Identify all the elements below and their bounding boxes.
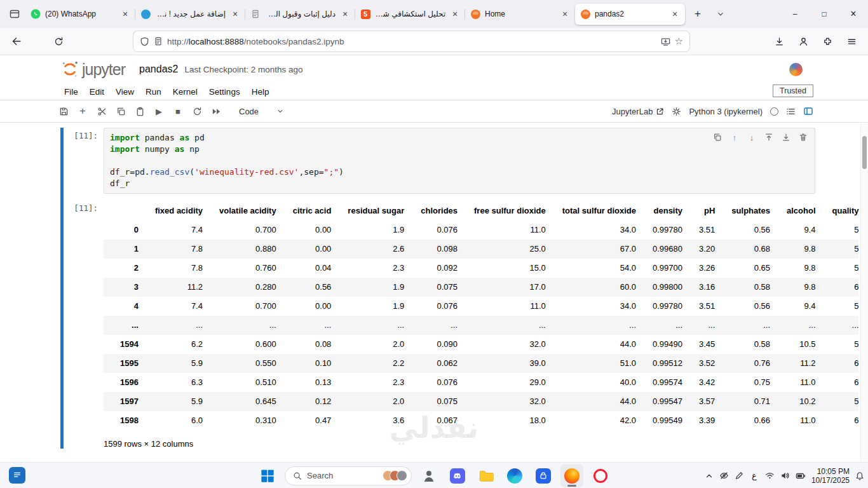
tab-close-icon[interactable]: × (560, 9, 570, 19)
kernel-name[interactable]: Python 3 (ipykernel) (689, 107, 763, 116)
cell-output: fixed acidityvolatile aciditycitric acid… (104, 200, 858, 449)
tab-close-icon[interactable]: × (450, 9, 460, 19)
browser-tab-nafezly-new-job[interactable]: إضافة عمل جديد ! نفذلي × (135, 4, 245, 25)
reload-button[interactable] (48, 31, 69, 51)
volume-icon[interactable] (780, 471, 790, 480)
account-button[interactable] (793, 31, 813, 51)
firefox-view-button[interactable] (4, 4, 25, 24)
taskbar-app-store[interactable] (532, 464, 555, 487)
jupyterlab-label: JupyterLab (612, 107, 653, 116)
tab-close-icon[interactable]: × (670, 9, 680, 19)
jupyter-menu-bar: File Edit View Run Kernel Settings Help … (0, 83, 868, 100)
page-scrollbar[interactable] (860, 123, 868, 462)
save-page-icon[interactable] (661, 37, 670, 46)
menu-view[interactable]: View (110, 85, 140, 98)
app-menu-button[interactable] (841, 31, 862, 51)
move-cell-up-button[interactable]: ↑ (727, 130, 742, 144)
duplicate-icon (713, 133, 722, 142)
url-scheme: http:// (167, 37, 189, 46)
maximize-button[interactable]: □ (810, 0, 839, 28)
taskbar-app-people[interactable] (417, 464, 440, 487)
delete-cell-button[interactable] (796, 130, 811, 144)
firefox-view-icon (10, 9, 20, 19)
tab-close-icon[interactable]: × (340, 9, 350, 19)
run-cell-button[interactable]: ▶ (150, 103, 168, 119)
checkpoint-status: Last Checkpoint: 2 months ago (184, 65, 302, 74)
insert-cell-button[interactable]: + (74, 103, 92, 119)
restart-run-all-button[interactable] (207, 103, 225, 119)
start-button[interactable] (256, 464, 279, 487)
code-editor[interactable]: ↑ ↓ import pandas as (104, 128, 815, 194)
menu-file[interactable]: File (58, 85, 84, 98)
bookmark-star-icon[interactable]: ☆ (675, 36, 683, 47)
move-cell-down-button[interactable]: ↓ (744, 130, 759, 144)
open-jupyterlab-link[interactable]: JupyterLab (612, 107, 664, 116)
browser-tab-jupyter-home[interactable]: Home × (465, 4, 575, 25)
tab-close-icon[interactable]: × (230, 9, 240, 19)
notebook-filename[interactable]: pandas2 (139, 64, 178, 75)
pen-icon[interactable] (735, 471, 743, 480)
language-indicator[interactable]: ع (749, 471, 759, 480)
taskbar-app-discord[interactable] (446, 464, 469, 487)
extensions-button[interactable] (817, 31, 837, 51)
menu-edit[interactable]: Edit (84, 85, 110, 98)
taskbar-app-edge[interactable] (503, 464, 526, 487)
cut-cell-button[interactable] (93, 103, 111, 119)
taskbar-pinned-app-icon[interactable] (9, 467, 25, 484)
gear-icon[interactable] (672, 107, 681, 116)
search-highlights-icon[interactable] (386, 470, 407, 481)
duplicate-cell-button[interactable] (710, 130, 725, 144)
firefox-icon (564, 468, 580, 484)
insert-above-icon (764, 133, 773, 142)
interrupt-kernel-button[interactable]: ■ (169, 103, 187, 119)
panel-toggle-icon[interactable] (803, 106, 813, 116)
shield-icon[interactable] (140, 37, 149, 46)
hidden-icons-chevron-icon[interactable] (705, 471, 714, 480)
browser-tab-whatsapp[interactable]: (20) WhatsApp × (25, 4, 135, 25)
menu-help[interactable]: Help (246, 85, 275, 98)
list-view-icon[interactable] (786, 107, 796, 116)
scrollbar-thumb[interactable] (862, 136, 867, 169)
taskbar-app-file-explorer[interactable] (475, 464, 498, 487)
cell-type-dropdown[interactable]: Code (235, 105, 288, 118)
page-info-icon[interactable] (154, 37, 163, 46)
copy-icon (116, 107, 126, 116)
new-tab-button[interactable]: + (688, 4, 708, 24)
menu-kernel[interactable]: Kernel (167, 85, 203, 98)
dataframe-row: 07.40.7000.001.90.07611.034.00.997803.51… (104, 220, 858, 240)
dataframe-row: 47.40.7000.001.90.07611.034.00.997803.51… (104, 297, 858, 316)
url-text[interactable]: http://localhost:8888/notebooks/pandas2.… (167, 37, 656, 46)
tab-close-icon[interactable]: × (120, 9, 130, 19)
jupyter-logo[interactable]: jupyter (60, 60, 125, 79)
insert-cell-below-button[interactable] (778, 130, 794, 144)
insert-cell-above-button[interactable] (761, 130, 776, 144)
paste-cell-button[interactable] (131, 103, 149, 119)
notifications-bell-icon[interactable] (855, 471, 864, 480)
taskbar-search-box[interactable]: Search (285, 466, 412, 485)
menu-run[interactable]: Run (140, 85, 167, 98)
close-window-button[interactable]: × (839, 0, 868, 28)
taskbar-clock[interactable]: 10:05 PM 10/17/2025 (811, 467, 850, 485)
address-bar[interactable]: http://localhost:8888/notebooks/pandas2.… (133, 31, 689, 51)
browser-tab-pandas2-active[interactable]: pandas2 × (575, 4, 685, 25)
battery-icon[interactable] (796, 471, 806, 481)
cell-type-value: Code (239, 107, 259, 116)
window-controls: – □ × (780, 0, 868, 28)
copy-cell-button[interactable] (112, 103, 130, 119)
browser-tab-tasks-guide[interactable]: دليل إثبات وقبول المهام في × (245, 4, 355, 25)
minimize-button[interactable]: – (780, 0, 810, 28)
save-button[interactable] (55, 103, 72, 119)
downloads-button[interactable] (769, 31, 789, 51)
wifi-icon[interactable] (765, 471, 775, 480)
trusted-badge[interactable]: Trusted (773, 85, 813, 97)
eye-slash-icon[interactable] (719, 471, 729, 480)
whatsapp-favicon-icon (31, 9, 41, 19)
back-button[interactable] (6, 31, 27, 51)
restart-kernel-button[interactable] (188, 103, 206, 119)
browser-tab-exploratory-analysis[interactable]: 5 تحليل استكشافي شامل × (355, 4, 465, 25)
taskbar-app-firefox[interactable] (560, 464, 583, 487)
taskbar-app-opera[interactable] (589, 464, 612, 487)
notification-widget-icon[interactable] (789, 63, 803, 76)
menu-settings[interactable]: Settings (203, 85, 246, 98)
list-all-tabs-button[interactable] (710, 4, 731, 24)
